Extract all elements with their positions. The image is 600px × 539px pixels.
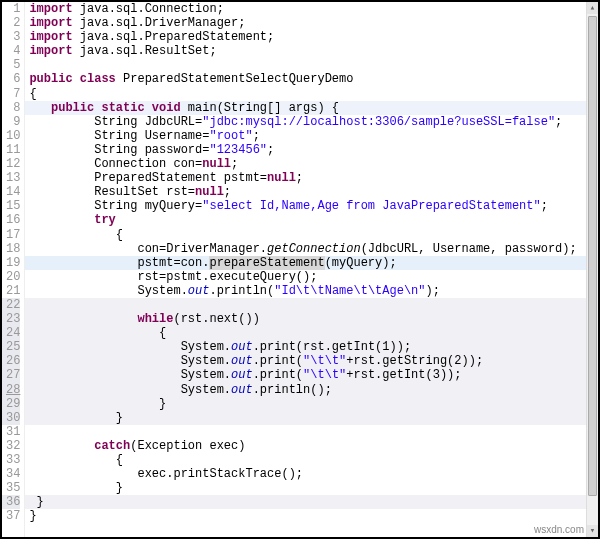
code-token: "123456" [209, 143, 267, 157]
line-number: 3 [2, 30, 20, 44]
code-token: catch [94, 439, 130, 453]
code-line[interactable]: rst=pstmt.executeQuery(); [25, 270, 598, 284]
code-token: out [231, 340, 253, 354]
code-token: try [94, 213, 116, 227]
code-token: "jdbc:mysql://localhost:3306/sample?useS… [202, 115, 555, 129]
code-line[interactable]: { [25, 453, 598, 467]
line-number: 21 [2, 284, 20, 298]
line-number: 22 [2, 298, 20, 312]
code-line[interactable]: String JdbcURL="jdbc:mysql://localhost:3… [25, 115, 598, 129]
code-token: import [29, 2, 72, 16]
line-number: 32 [2, 439, 20, 453]
code-line[interactable]: { [25, 228, 598, 242]
code-line[interactable]: public class PreparedStatementSelectQuer… [25, 72, 598, 86]
code-token: "root" [209, 129, 252, 143]
line-number: 25 [2, 340, 20, 354]
code-token: public static void [51, 101, 181, 115]
line-number: 31 [2, 425, 20, 439]
code-line[interactable]: ResultSet rst=null; [25, 185, 598, 199]
code-line[interactable]: System.out.println(); [25, 383, 598, 397]
code-line[interactable]: Connection con=null; [25, 157, 598, 171]
code-line[interactable]: import java.sql.Connection; [25, 2, 598, 16]
code-line[interactable] [25, 425, 598, 439]
code-token: null [195, 185, 224, 199]
code-token: "select Id,Name,Age from JavaPreparedSta… [202, 199, 540, 213]
code-line[interactable]: System.out.print(rst.getInt(1)); [25, 340, 598, 354]
line-number: 12 [2, 157, 20, 171]
code-line[interactable]: { [25, 87, 598, 101]
code-token: "Id\t\tName\t\tAge\n" [274, 284, 425, 298]
line-number: 26 [2, 354, 20, 368]
line-number: 16 [2, 213, 20, 227]
line-number: 9 [2, 115, 20, 129]
code-token: while [137, 312, 173, 326]
code-token: "\t\t" [303, 368, 346, 382]
code-line[interactable]: } [25, 397, 598, 411]
line-number: 13 [2, 171, 20, 185]
line-number: 5 [2, 58, 20, 72]
line-number: 14 [2, 185, 20, 199]
code-line[interactable]: import java.sql.DriverManager; [25, 16, 598, 30]
code-line[interactable]: try [25, 213, 598, 227]
code-line[interactable]: { [25, 326, 598, 340]
code-line[interactable] [25, 298, 598, 312]
code-token: out [231, 383, 253, 397]
code-area[interactable]: import java.sql.Connection;import java.s… [25, 2, 598, 537]
code-line[interactable]: } [25, 411, 598, 425]
code-token: import [29, 44, 72, 58]
line-number: 8 [2, 101, 20, 115]
code-token: null [202, 157, 231, 171]
vertical-scrollbar[interactable]: ▴ ▾ [586, 2, 598, 537]
line-number: 28 [2, 383, 20, 397]
line-number: 15 [2, 199, 20, 213]
code-token: import [29, 30, 72, 44]
scrollbar-thumb[interactable] [588, 16, 597, 496]
line-number: 11 [2, 143, 20, 157]
code-line[interactable]: public static void main(String[] args) { [25, 101, 598, 115]
line-number: 17 [2, 228, 20, 242]
code-line[interactable] [25, 58, 598, 72]
code-line[interactable]: import java.sql.PreparedStatement; [25, 30, 598, 44]
code-line[interactable]: String myQuery="select Id,Name,Age from … [25, 199, 598, 213]
line-number: 1 [2, 2, 20, 16]
code-line[interactable]: PreparedStatement pstmt=null; [25, 171, 598, 185]
line-number: 35 [2, 481, 20, 495]
code-token: null [267, 171, 296, 185]
watermark-text: wsxdn.com [534, 524, 584, 535]
code-line[interactable]: String Username="root"; [25, 129, 598, 143]
code-line[interactable]: import java.sql.ResultSet; [25, 44, 598, 58]
code-line[interactable]: System.out.print("\t\t"+rst.getInt(3)); [25, 368, 598, 382]
line-number: 4 [2, 44, 20, 58]
line-number: 18 [2, 242, 20, 256]
code-line[interactable]: System.out.print("\t\t"+rst.getString(2)… [25, 354, 598, 368]
line-number: 2 [2, 16, 20, 30]
line-number: 7 [2, 87, 20, 101]
line-number: 37 [2, 509, 20, 523]
code-line[interactable]: } [25, 509, 598, 523]
code-token: out [188, 284, 210, 298]
code-token: getConnection [267, 242, 361, 256]
code-token: public class [29, 72, 115, 86]
code-line[interactable]: String password="123456"; [25, 143, 598, 157]
code-line[interactable]: exec.printStackTrace(); [25, 467, 598, 481]
scroll-down-arrow-icon[interactable]: ▾ [587, 525, 598, 537]
line-number: 27 [2, 368, 20, 382]
line-number: 33 [2, 453, 20, 467]
code-token: "\t\t" [303, 354, 346, 368]
line-number: 23 [2, 312, 20, 326]
line-number: 6 [2, 72, 20, 86]
line-number: 34 [2, 467, 20, 481]
code-line[interactable]: con=DriverManager.getConnection(JdbcURL,… [25, 242, 598, 256]
code-line[interactable]: while(rst.next()) [25, 312, 598, 326]
line-number: 24 [2, 326, 20, 340]
code-line[interactable]: catch(Exception exec) [25, 439, 598, 453]
code-token: out [231, 368, 253, 382]
code-line[interactable]: System.out.println("Id\t\tName\t\tAge\n"… [25, 284, 598, 298]
code-line[interactable]: pstmt=con.prepareStatement(myQuery); [25, 256, 598, 270]
line-number: 20 [2, 270, 20, 284]
code-editor: 1234567891011121314151617181920212223242… [2, 2, 598, 537]
scroll-up-arrow-icon[interactable]: ▴ [587, 2, 598, 14]
code-line[interactable]: } [25, 481, 598, 495]
code-line[interactable]: } [25, 495, 598, 509]
line-number: 36 [2, 495, 20, 509]
